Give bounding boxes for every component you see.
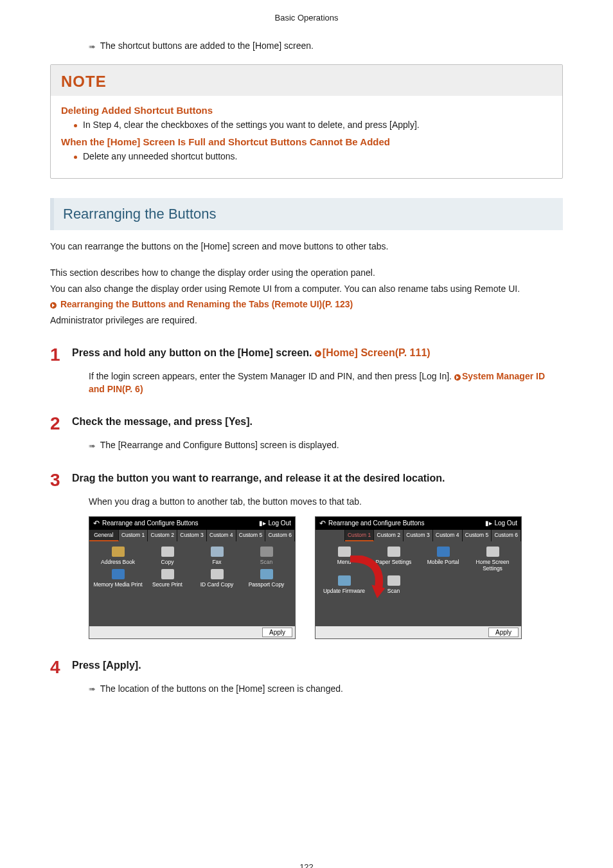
tab-custom5[interactable]: Custom 5 — [463, 530, 492, 541]
grid-scan[interactable]: Scan — [242, 547, 291, 565]
device-tabs-right: Custom 1 Custom 2 Custom 3 Custom 4 Cust… — [315, 530, 521, 541]
label: Copy — [161, 559, 174, 565]
tab-custom4[interactable]: Custom 4 — [207, 530, 236, 541]
grid-id-card-copy[interactable]: ID Card Copy — [192, 569, 242, 588]
grid-copy[interactable]: Copy — [143, 547, 192, 565]
address-book-icon — [112, 547, 125, 557]
label: Scan — [387, 588, 400, 594]
fax-icon — [211, 547, 224, 557]
label: Fax — [212, 559, 221, 565]
label: Scan — [260, 559, 272, 565]
grid-passport-copy[interactable]: Passport Copy — [242, 569, 291, 588]
tab-custom6[interactable]: Custom 6 — [492, 530, 521, 541]
paper-settings-icon — [387, 547, 400, 557]
grid-mobile-portal[interactable]: Mobile Portal — [418, 547, 468, 572]
step-2-number: 2 — [50, 413, 72, 433]
intro-2: This section describes how to change the… — [50, 267, 563, 279]
grid-paper-settings[interactable]: Paper Settings — [369, 547, 418, 572]
step-1: 1 Press and hold any button on the [Home… — [50, 345, 563, 364]
step-1-title: Press and hold any button on the [Home] … — [72, 345, 431, 364]
step-2-title: Check the message, and press [Yes]. — [72, 413, 253, 433]
scan-icon — [387, 575, 400, 586]
logout-icon: ▮▸ — [259, 520, 266, 527]
result-arrow-icon: ➠ — [89, 440, 98, 452]
label: Mobile Portal — [427, 559, 459, 565]
label: Memory Media Print — [93, 581, 142, 588]
result-arrow-icon: ➠ — [89, 683, 98, 695]
copy-icon — [161, 547, 174, 557]
step-4-number: 4 — [50, 657, 72, 676]
device-screen-left: ↶ Rearrange and Configure Buttons ▮▸ Log… — [89, 516, 296, 639]
result-shortcut-added: ➠ The shortcut buttons are added to the … — [89, 41, 563, 51]
memory-media-icon — [112, 569, 125, 579]
device-title: Rearrange and Configure Buttons — [326, 520, 485, 527]
step-3-title: Drag the button you want to rearrange, a… — [72, 470, 445, 489]
back-icon[interactable]: ↶ — [319, 519, 326, 528]
grid-address-book[interactable]: Address Book — [93, 547, 143, 565]
grid-fax[interactable]: Fax — [192, 547, 242, 565]
id-card-icon — [211, 569, 224, 579]
grid-memory-media[interactable]: Memory Media Print — [93, 569, 143, 588]
tab-custom5[interactable]: Custom 5 — [236, 530, 266, 541]
grid-menu[interactable]: Menu — [319, 547, 369, 572]
step-1-title-text: Press and hold any button on the [Home] … — [72, 347, 315, 358]
tab-blank[interactable] — [315, 530, 345, 541]
step-3: 3 Drag the button you want to rearrange,… — [50, 470, 563, 489]
section-title: Rearranging the Buttons — [50, 198, 563, 230]
secure-print-icon — [161, 569, 174, 579]
tab-general[interactable]: General — [89, 530, 119, 541]
step-3-body: When you drag a button to another tab, t… — [89, 496, 563, 509]
note-line-full: Delete any unneeded shortcut buttons. — [74, 151, 552, 161]
note-line-delete: In Step 4, clear the checkboxes of the s… — [74, 120, 552, 130]
device-screen-right: ↶ Rearrange and Configure Buttons ▮▸ Log… — [315, 516, 522, 639]
tab-custom1[interactable]: Custom 1 — [345, 530, 375, 541]
tab-custom4[interactable]: Custom 4 — [433, 530, 463, 541]
tab-custom3[interactable]: Custom 3 — [177, 530, 207, 541]
step-1-link[interactable]: [Home] Screen(P. 111) — [323, 347, 431, 358]
note-box: NOTE Deleting Added Shortcut Buttons In … — [50, 64, 563, 179]
logout-label: Log Out — [268, 520, 291, 527]
home-settings-icon — [486, 547, 499, 557]
result-text: The shortcut buttons are added to the [H… — [100, 41, 314, 51]
logout-button[interactable]: ▮▸ Log Out — [485, 520, 517, 527]
apply-button[interactable]: Apply — [262, 628, 292, 637]
step-2-result: ➠ The [Rearrange and Configure Buttons] … — [89, 439, 563, 452]
link-bullet-icon — [315, 350, 321, 357]
grid-scan[interactable]: Scan — [369, 575, 418, 594]
step-4: 4 Press [Apply]. — [50, 657, 563, 676]
apply-button[interactable]: Apply — [488, 628, 519, 637]
label: Secure Print — [152, 581, 182, 588]
logout-icon: ▮▸ — [485, 520, 492, 527]
intro-3: You can also change the display order us… — [50, 283, 563, 295]
update-firmware-icon — [338, 575, 351, 586]
step-3-number: 3 — [50, 470, 72, 489]
label: Update Firmware — [323, 588, 365, 594]
mobile-portal-icon — [437, 547, 450, 557]
grid-home-screen-settings[interactable]: Home Screen Settings — [468, 547, 517, 572]
menu-icon — [338, 547, 351, 557]
logout-label: Log Out — [494, 520, 517, 527]
tab-custom2[interactable]: Custom 2 — [374, 530, 404, 541]
passport-icon — [260, 569, 273, 579]
scan-icon — [260, 547, 273, 557]
intro-link[interactable]: Rearranging the Buttons and Renaming the… — [60, 299, 353, 309]
label: Home Screen Settings — [468, 559, 517, 572]
grid-secure-print[interactable]: Secure Print — [143, 569, 192, 588]
device-grid-left: Address Book Copy Fax Scan Memory Media … — [89, 541, 295, 626]
tab-custom6[interactable]: Custom 6 — [265, 530, 295, 541]
intro-1: You can rearrange the buttons on the [Ho… — [50, 240, 563, 253]
note-subheading-full: When the [Home] Screen Is Full and Short… — [61, 136, 552, 147]
label: Passport Copy — [249, 581, 285, 588]
tab-custom3[interactable]: Custom 3 — [404, 530, 433, 541]
back-icon[interactable]: ↶ — [93, 519, 100, 528]
logout-button[interactable]: ▮▸ Log Out — [259, 520, 291, 527]
note-title: NOTE — [61, 73, 107, 90]
note-subheading-delete: Deleting Added Shortcut Buttons — [61, 105, 552, 116]
grid-update-firmware[interactable]: Update Firmware — [319, 575, 369, 594]
result-arrow-icon: ➠ — [89, 42, 98, 51]
grid-empty — [418, 575, 468, 594]
label: Address Book — [101, 559, 135, 565]
label: Menu — [337, 559, 351, 565]
tab-custom2[interactable]: Custom 2 — [148, 530, 177, 541]
tab-custom1[interactable]: Custom 1 — [119, 530, 148, 541]
